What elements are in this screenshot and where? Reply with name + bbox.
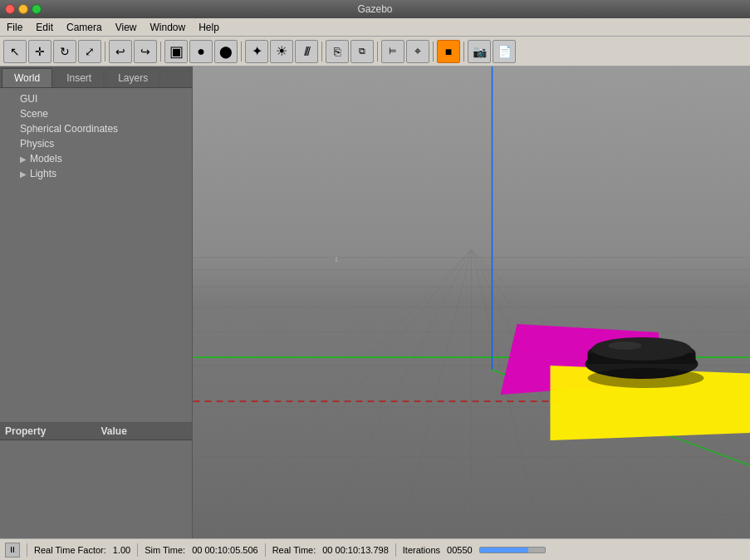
svg-point-28 — [592, 337, 692, 361]
tree-item-physics[interactable]: Physics — [3, 136, 189, 151]
tree-item-gui[interactable]: GUI — [3, 91, 189, 106]
lights-arrow-icon: ▶ — [20, 169, 27, 179]
cylinder-button[interactable]: ⬤ — [214, 40, 238, 63]
spot-light-button[interactable]: ☀ — [270, 40, 293, 63]
close-button[interactable] — [5, 4, 15, 14]
menu-file[interactable]: File — [0, 20, 29, 35]
property-panel: Property Value — [0, 422, 192, 538]
sim-time-label: Sim Time: — [145, 545, 185, 555]
real-time-label: Real Time: — [272, 545, 316, 555]
status-separator-3 — [265, 543, 266, 557]
left-panel: World Insert Layers GUI Scene Spherical … — [0, 66, 193, 538]
sim-time-value: 00 00:10:05.506 — [192, 545, 258, 555]
separator-4 — [321, 42, 322, 61]
title-bar: Gazebo — [0, 0, 750, 18]
tree-item-lights[interactable]: ▶ Lights — [3, 166, 189, 181]
separator-1 — [105, 42, 105, 61]
svg-point-29 — [609, 341, 642, 350]
app-title: Gazebo — [357, 3, 392, 15]
tree-item-models[interactable]: ▶ Models — [3, 151, 189, 166]
status-separator-2 — [137, 543, 138, 557]
select-tool-button[interactable]: ↖ — [3, 40, 27, 63]
menu-window[interactable]: Window — [144, 20, 193, 35]
status-separator-1 — [27, 543, 27, 557]
screenshot-button[interactable]: 📷 — [468, 40, 491, 63]
point-light-button[interactable]: ✦ — [245, 40, 268, 63]
menu-bar: File Edit Camera View Window Help — [0, 18, 750, 37]
menu-edit[interactable]: Edit — [29, 20, 60, 35]
svg-point-30 — [588, 368, 704, 388]
tree-item-spherical-coords[interactable]: Spherical Coordinates — [3, 121, 189, 136]
tree-item-scene[interactable]: Scene — [3, 106, 189, 121]
iterations-value: 00550 — [447, 545, 473, 555]
minimize-button[interactable] — [18, 4, 28, 14]
rotate-tool-button[interactable]: ↻ — [53, 40, 76, 63]
maximize-button[interactable] — [32, 4, 42, 14]
real-time-value: 00 00:10:13.798 — [322, 545, 389, 555]
align-button[interactable]: ⊨ — [381, 40, 404, 63]
separator-7 — [463, 42, 464, 61]
tree-panel: GUI Scene Spherical Coordinates Physics … — [0, 88, 192, 422]
property-col-header: Property — [0, 423, 96, 440]
separator-2 — [160, 42, 161, 61]
directional-light-button[interactable]: /// — [295, 40, 318, 63]
log-button[interactable]: 📄 — [493, 40, 516, 63]
svg-line-18 — [194, 249, 472, 538]
models-arrow-icon: ▶ — [20, 155, 27, 164]
value-col-header: Value — [96, 423, 193, 440]
tab-bar: World Insert Layers — [0, 66, 192, 88]
progress-bar — [479, 547, 546, 553]
sphere-button[interactable]: ● — [189, 40, 213, 63]
box-button[interactable]: ▣ — [164, 40, 188, 63]
svg-text:↕: ↕ — [335, 254, 339, 263]
separator-3 — [241, 42, 242, 61]
snap-button[interactable]: ⌖ — [406, 40, 429, 63]
viewport-scene: ↕ — [193, 66, 750, 538]
property-header: Property Value — [0, 423, 192, 440]
separator-6 — [433, 42, 434, 61]
viewport[interactable]: ↕ — [193, 66, 750, 538]
scale-tool-button[interactable]: ⤢ — [78, 40, 101, 63]
real-time-factor-label: Real Time Factor: — [34, 545, 106, 555]
undo-button[interactable]: ↩ — [109, 40, 132, 63]
menu-camera[interactable]: Camera — [60, 20, 109, 35]
window-controls — [5, 4, 42, 14]
orange-tool-button[interactable]: ■ — [437, 40, 460, 63]
tab-world[interactable]: World — [2, 68, 52, 87]
tab-layers[interactable]: Layers — [105, 68, 160, 87]
pause-button[interactable]: ⏸ — [5, 543, 20, 558]
toolbar: ↖ ✛ ↻ ⤢ ↩ ↪ ▣ ● ⬤ ✦ ☀ /// ⎘ ⧉ ⊨ ⌖ ■ 📷 📄 — [0, 37, 750, 66]
progress-fill — [480, 548, 529, 553]
status-separator-4 — [395, 543, 396, 557]
main-layout: World Insert Layers GUI Scene Spherical … — [0, 66, 750, 538]
menu-help[interactable]: Help — [192, 20, 226, 35]
copy-button[interactable]: ⎘ — [326, 40, 349, 63]
tab-insert[interactable]: Insert — [54, 68, 104, 87]
menu-view[interactable]: View — [109, 20, 144, 35]
translate-tool-button[interactable]: ✛ — [28, 40, 51, 63]
svg-line-11 — [318, 249, 472, 538]
iterations-label: Iterations — [403, 545, 440, 555]
paste-button[interactable]: ⧉ — [350, 40, 374, 63]
status-bar: ⏸ Real Time Factor: 1.00 Sim Time: 00 00… — [0, 538, 750, 560]
separator-5 — [377, 42, 378, 61]
real-time-factor-value: 1.00 — [113, 545, 130, 555]
redo-button[interactable]: ↪ — [134, 40, 157, 63]
